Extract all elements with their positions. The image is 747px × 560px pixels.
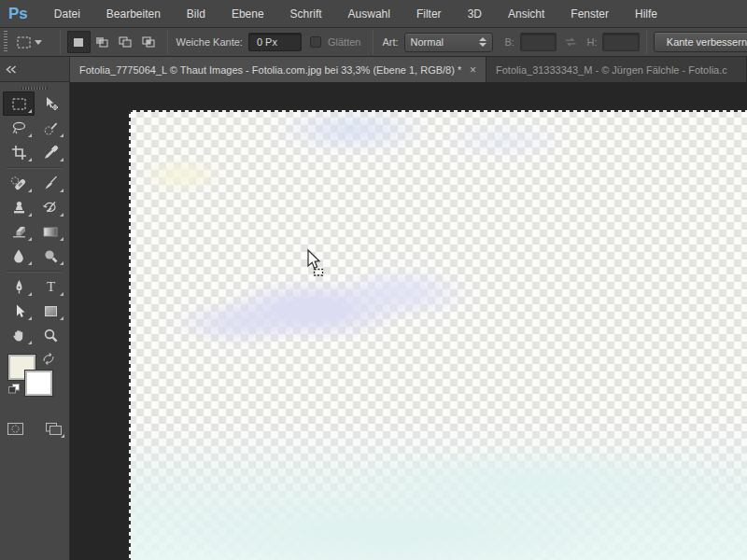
antialias-checkbox[interactable] [310, 36, 321, 48]
menu-filter[interactable]: Filter [403, 0, 455, 28]
close-icon[interactable]: × [470, 63, 476, 77]
pen-tool[interactable] [3, 274, 35, 299]
blur-tool[interactable] [3, 244, 35, 268]
tool-preset-picker[interactable] [12, 34, 46, 51]
zoom-tool[interactable] [35, 323, 66, 347]
history-brush-icon [42, 200, 59, 216]
gradient-tool[interactable] [35, 219, 66, 244]
menu-bar: Ps Datei Bearbeiten Bild Ebene Schrift A… [0, 0, 747, 28]
move-tool[interactable] [35, 91, 66, 116]
path-selection-tool[interactable] [3, 299, 35, 323]
color-swatches [0, 353, 69, 401]
type-tool[interactable]: T [35, 274, 66, 299]
rectangle-shape-tool[interactable] [35, 299, 66, 323]
path-selection-icon [12, 303, 26, 319]
double-chevron-left-icon [6, 65, 17, 74]
subheader-row: Fotolia_7775064_L © Thaut Images - Fotol… [0, 57, 747, 82]
style-label: Art: [382, 36, 398, 48]
tool-grid: T [0, 91, 69, 347]
move-tool-icon [43, 96, 59, 112]
dodge-icon [43, 248, 59, 264]
eyedropper-tool[interactable] [35, 140, 66, 164]
type-icon: T [43, 279, 59, 295]
hand-tool[interactable] [3, 323, 35, 347]
width-label: B: [504, 36, 514, 48]
refine-edge-button[interactable]: Kante verbessern [654, 32, 747, 52]
document-tabbar: Fotolia_7775064_L © Thaut Images - Fotol… [70, 57, 747, 82]
menu-datei[interactable]: Datei [41, 0, 93, 28]
tab-label: Fotolia_31333343_M - © Jürgen Fälchle - … [496, 64, 727, 76]
antialias-label: Glätten [328, 36, 360, 48]
toolbar-collapse-button[interactable] [0, 57, 70, 82]
updown-arrows-icon [479, 37, 486, 47]
brush-icon [43, 175, 59, 191]
selection-marching-ants-top [129, 110, 747, 112]
tab-document-2[interactable]: Fotolia_31333343_M - © Jürgen Fälchle - … [486, 57, 747, 82]
new-selection-button[interactable] [67, 31, 91, 53]
quick-selection-tool[interactable] [35, 116, 66, 140]
intersect-selection-button[interactable] [137, 31, 161, 53]
menu-bearbeiten[interactable]: Bearbeiten [93, 0, 174, 28]
tab-document-1[interactable]: Fotolia_7775064_L © Thaut Images - Fotol… [70, 57, 486, 82]
menu-auswahl[interactable]: Auswahl [335, 0, 403, 28]
gradient-icon [42, 225, 59, 239]
lasso-tool[interactable] [3, 116, 35, 140]
workspace [70, 82, 747, 560]
move-selection-cursor [302, 248, 326, 276]
style-select-value: Normal [411, 36, 444, 48]
panel-grip[interactable] [21, 87, 48, 90]
photoshop-window: Ps Datei Bearbeiten Bild Ebene Schrift A… [0, 0, 747, 560]
rectangular-marquee-tool[interactable] [3, 91, 35, 116]
healing-brush-tool[interactable] [3, 171, 35, 195]
app-logo: Ps [0, 5, 41, 23]
chevron-down-icon [35, 40, 42, 45]
canvas[interactable] [129, 110, 747, 560]
menu-schrift[interactable]: Schrift [277, 0, 335, 28]
options-bar-grip[interactable] [4, 31, 7, 53]
new-selection-icon [72, 36, 85, 49]
eraser-icon [11, 224, 27, 239]
dodge-tool[interactable] [35, 244, 66, 268]
width-input[interactable] [520, 33, 557, 51]
swap-colors-icon[interactable] [42, 353, 55, 365]
background-color-swatch[interactable] [25, 371, 52, 396]
default-colors-icon[interactable] [7, 383, 21, 396]
subtract-from-selection-button[interactable] [114, 31, 137, 53]
menu-bild[interactable]: Bild [174, 0, 218, 28]
feather-label: Weiche Kante: [176, 36, 243, 48]
tool-options-bar: Weiche Kante: 0 Px Glätten Art: Normal B… [0, 28, 747, 57]
style-select[interactable]: Normal [404, 33, 494, 52]
lasso-icon [11, 120, 27, 135]
healing-brush-icon [10, 175, 27, 191]
eyedropper-icon [43, 145, 59, 161]
tool-divider [3, 164, 66, 171]
zoom-icon [43, 328, 59, 343]
separator [60, 30, 61, 54]
svg-text:T: T [46, 279, 54, 294]
add-to-selection-button[interactable] [91, 31, 114, 53]
swap-dimensions-icon[interactable] [564, 36, 577, 48]
menu-3d[interactable]: 3D [455, 0, 495, 28]
crop-icon [11, 145, 27, 161]
menu-ebene[interactable]: Ebene [218, 0, 277, 28]
clone-stamp-tool[interactable] [3, 195, 35, 219]
height-input[interactable] [602, 33, 639, 51]
crop-tool[interactable] [3, 140, 35, 164]
screen-mode-icon [45, 422, 63, 436]
separator [373, 30, 374, 54]
brush-tool[interactable] [35, 171, 66, 195]
feather-input[interactable]: 0 Px [248, 33, 302, 51]
main-row: T [0, 82, 747, 560]
menu-fenster[interactable]: Fenster [557, 0, 622, 28]
menu-ansicht[interactable]: Ansicht [495, 0, 557, 28]
clone-stamp-icon [11, 200, 27, 216]
tab-label: Fotolia_7775064_L © Thaut Images - Fotol… [79, 64, 461, 76]
intersect-selection-icon [141, 35, 156, 49]
tool-panel: T [0, 82, 70, 560]
history-brush-tool[interactable] [35, 195, 66, 219]
menu-hilfe[interactable]: Hilfe [622, 0, 670, 28]
screen-mode-button[interactable] [41, 416, 67, 441]
quick-mask-button[interactable] [3, 416, 29, 441]
eraser-tool[interactable] [3, 219, 35, 244]
marquee-preset-icon [16, 35, 32, 49]
